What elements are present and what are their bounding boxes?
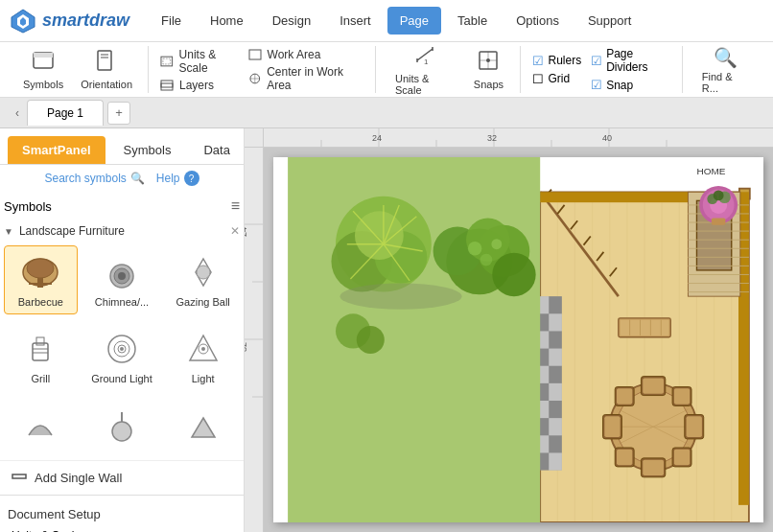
page-tab-1[interactable]: Page 1: [27, 100, 104, 126]
background-icon: [32, 49, 55, 77]
category-close-icon[interactable]: ✕: [230, 224, 240, 238]
svg-rect-127: [643, 460, 664, 475]
symbols-header: Symbols ≡: [0, 192, 244, 220]
menu-support[interactable]: Support: [575, 7, 644, 35]
canvas-content: HOME DECK: [264, 148, 773, 532]
svg-point-43: [201, 347, 205, 351]
main-layout: SmartPanel Symbols Data ✕ Search symbols…: [0, 128, 773, 532]
logo-icon: [10, 8, 36, 35]
find-replace-label: Find & R...: [702, 71, 750, 94]
symbol-gazing-ball-label: Gazing Ball: [176, 296, 230, 308]
svg-point-44: [112, 422, 131, 441]
layers-button[interactable]: Layers: [160, 79, 246, 92]
snap-checkbox[interactable]: ☑ Snap: [591, 78, 674, 92]
symbol-grill[interactable]: Grill: [4, 322, 78, 391]
symbol-light[interactable]: Light: [166, 322, 240, 391]
menu-insert[interactable]: Insert: [327, 7, 384, 35]
units-scale-button[interactable]: 1 Units & Scale: [387, 39, 462, 100]
menu-bar: smartdraw File Home Design Insert Page T…: [0, 0, 773, 42]
symbol-gazing-ball[interactable]: Gazing Ball: [166, 245, 240, 314]
page-tabs: ‹ Page 1 +: [0, 98, 773, 128]
svg-point-164: [468, 242, 482, 256]
svg-point-168: [357, 326, 385, 354]
svg-rect-137: [617, 450, 632, 465]
rulers-checkbox[interactable]: ☑ Rulers: [532, 54, 581, 68]
help-link[interactable]: Help ?: [156, 171, 199, 186]
svg-rect-92: [549, 418, 562, 435]
symbol-ground-light[interactable]: Ground Light: [85, 322, 159, 391]
symbol-extra-2[interactable]: [85, 399, 159, 456]
orientation-button[interactable]: Orientation: [73, 45, 140, 94]
layout-stacked: Units & Scale Layers: [160, 48, 246, 92]
symbol-extra-3[interactable]: [166, 399, 240, 456]
units-scale-row[interactable]: Units & Scale ▼: [8, 525, 236, 532]
symbol-grill-label: Grill: [32, 373, 51, 384]
background-button[interactable]: Symbols: [15, 45, 71, 94]
menu-home[interactable]: Home: [198, 7, 256, 35]
svg-point-25: [27, 259, 54, 278]
prev-page-arrow[interactable]: ‹: [8, 98, 27, 127]
center-work-area-button[interactable]: Center in Work Area: [248, 65, 367, 92]
tab-data[interactable]: Data: [189, 136, 244, 164]
svg-rect-12: [249, 50, 261, 59]
symbol-light-label: Light: [192, 373, 215, 384]
margins-button[interactable]: Units & Scale: [160, 48, 246, 75]
page-dividers-checkbox[interactable]: ☑ Page Dividers: [591, 47, 674, 74]
menu-options[interactable]: Options: [504, 7, 572, 35]
app-logo: smartdraw: [10, 8, 129, 35]
help-badge: ?: [184, 171, 199, 186]
home-label: HOME: [696, 166, 725, 176]
symbol-barbecue-label: Barbecue: [18, 296, 63, 308]
svg-rect-141: [621, 320, 669, 335]
background-label: Symbols: [23, 79, 63, 90]
toolbar-group-units: 1 Units & Scale Snaps: [380, 46, 521, 93]
svg-point-165: [491, 239, 502, 249]
category-header[interactable]: ▼ Landscape Furniture ✕: [0, 220, 244, 242]
svg-rect-4: [34, 53, 53, 58]
svg-point-23: [486, 58, 490, 62]
svg-rect-33: [33, 343, 48, 360]
left-panel: SmartPanel Symbols Data ✕ Search symbols…: [0, 128, 245, 532]
tab-symbols[interactable]: Symbols: [109, 136, 186, 164]
menu-page[interactable]: Page: [387, 7, 441, 35]
search-symbols-link[interactable]: Search symbols 🔍: [44, 172, 144, 185]
grid-checkbox[interactable]: ☐ Grid: [532, 72, 581, 86]
toolbar-group-layout: Units & Scale Layers Work Area Center in…: [152, 46, 376, 93]
symbol-barbecue[interactable]: Barbecue: [4, 245, 78, 314]
work-area-button[interactable]: Work Area: [248, 48, 367, 61]
symbol-grill-thumb: [17, 329, 63, 369]
svg-marker-46: [192, 418, 215, 437]
orientation-icon: [96, 49, 117, 77]
snaps-icon: [477, 49, 500, 77]
toolbar-group-find: 🔍 Find & R...: [687, 46, 765, 93]
symbols-menu-icon[interactable]: ≡: [231, 197, 240, 215]
add-wall-label: Add Single Wall: [35, 471, 122, 485]
symbol-extra-1-thumb: [17, 405, 63, 446]
menu-file[interactable]: File: [149, 7, 194, 35]
symbol-chiminea[interactable]: Chimnea/...: [85, 245, 159, 314]
panel-tabs: SmartPanel Symbols Data ✕: [0, 128, 244, 165]
snaps-button[interactable]: Snaps: [464, 45, 512, 94]
rulers-label: Rulers: [548, 54, 581, 67]
svg-rect-129: [604, 416, 620, 437]
page-dividers-label: Page Dividers: [606, 47, 674, 74]
page-canvas[interactable]: HOME DECK: [273, 157, 763, 522]
add-page-button[interactable]: +: [107, 102, 130, 125]
add-single-wall-button[interactable]: Add Single Wall: [0, 460, 244, 495]
toolbar-group-bg: Symbols Orientation: [8, 46, 149, 93]
svg-text:24: 24: [372, 133, 382, 143]
menu-table[interactable]: Table: [445, 7, 500, 35]
menu-design[interactable]: Design: [260, 7, 323, 35]
help-link-text: Help: [156, 172, 180, 185]
symbol-extra-3-thumb: [180, 405, 226, 446]
find-replace-button[interactable]: 🔍 Find & R...: [694, 42, 758, 98]
svg-point-169: [340, 284, 462, 310]
symbol-extra-1[interactable]: [4, 399, 78, 456]
svg-point-118: [714, 190, 724, 200]
svg-rect-125: [643, 378, 664, 393]
tab-smart-panel[interactable]: SmartPanel: [8, 136, 105, 164]
orientation-label: Orientation: [81, 79, 132, 90]
toolbar: Symbols Orientation Units & Scale Layers…: [0, 42, 773, 98]
symbol-ground-light-thumb: [99, 329, 145, 369]
svg-rect-94: [549, 452, 562, 470]
